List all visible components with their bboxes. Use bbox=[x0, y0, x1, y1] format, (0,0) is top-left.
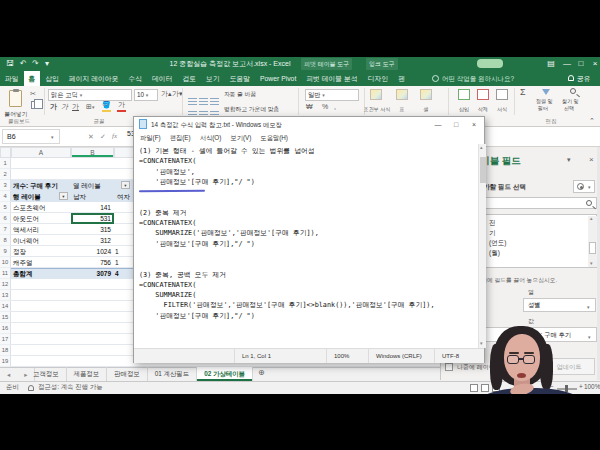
ribbon-tab[interactable]: 데이터 bbox=[147, 71, 177, 86]
scrollbar-thumb[interactable] bbox=[589, 242, 596, 254]
pivot-row-label[interactable]: 정장 bbox=[11, 246, 71, 257]
notepad-menu-item[interactable]: 보기(V) bbox=[230, 132, 251, 144]
ribbon-tab[interactable]: 도움말 bbox=[225, 71, 255, 86]
tools-dropdown[interactable]: ▾ bbox=[573, 180, 595, 193]
total-female-partial[interactable]: 4 bbox=[115, 268, 119, 279]
row-number[interactable]: 6 bbox=[0, 213, 11, 224]
notepad-menu-item[interactable]: 서식(O) bbox=[200, 132, 222, 144]
zoom-out-icon[interactable]: − bbox=[550, 383, 554, 390]
pivot-value-male[interactable]: 141 bbox=[71, 202, 111, 213]
autosum-icon[interactable]: Σ bbox=[520, 88, 526, 96]
sort-filter-label-2[interactable]: 필터 bbox=[538, 105, 548, 111]
row-number[interactable]: 18 bbox=[0, 345, 11, 356]
ribbon-tab[interactable]: 검토 bbox=[177, 71, 201, 86]
cell-styles-icon[interactable] bbox=[420, 89, 432, 100]
row-number[interactable]: 13 bbox=[0, 290, 11, 301]
delete-cells-icon[interactable] bbox=[477, 89, 489, 100]
cell-b4[interactable]: 남자 bbox=[73, 191, 86, 202]
row-number[interactable]: 12 bbox=[0, 279, 11, 290]
pivot-row-label[interactable]: 아웃도어 bbox=[11, 213, 71, 224]
row-number[interactable]: 11 bbox=[0, 268, 11, 279]
row-number[interactable]: 3 bbox=[0, 180, 11, 191]
maximize-button[interactable]: □ bbox=[574, 57, 588, 70]
notepad-maximize-icon[interactable]: □ bbox=[448, 117, 464, 132]
row-number[interactable]: 4 bbox=[0, 191, 11, 202]
currency-format-icon[interactable]: ₩ bbox=[306, 103, 313, 111]
ribbon-tab[interactable]: 디자인 bbox=[363, 71, 393, 86]
tell-me-box[interactable]: 어떤 작업을 원하시나요? bbox=[442, 71, 514, 86]
notepad-text[interactable]: (1) 기본 형태 - 셀에 들어갈 수 있는 범위를 넘어섬 =CONCATE… bbox=[135, 144, 478, 321]
scroll-up-icon[interactable]: ▴ bbox=[590, 215, 593, 221]
grow-font-icon[interactable]: 가▴ bbox=[161, 90, 172, 98]
minimize-button[interactable]: — bbox=[560, 57, 574, 70]
total-male[interactable]: 3079 bbox=[71, 268, 111, 279]
insert-cells-icon[interactable] bbox=[458, 89, 470, 100]
ribbon-display-options-icon[interactable]: ▤ bbox=[544, 57, 558, 70]
customize-qat-icon[interactable]: ▾ bbox=[45, 57, 49, 71]
font-size-select[interactable]: 10 ▾ bbox=[134, 89, 158, 101]
ribbon-tab[interactable]: 삽입 bbox=[40, 71, 64, 86]
notepad-editor[interactable]: (1) 기본 형태 - 셀에 들어갈 수 있는 범위를 넘어섬 =CONCATE… bbox=[135, 144, 478, 348]
row-number[interactable]: 19 bbox=[0, 356, 11, 367]
format-as-table-icon[interactable] bbox=[396, 89, 408, 100]
ribbon-tab[interactable]: 수식 bbox=[123, 71, 147, 86]
cell-a4-row-labels[interactable]: 행 레이블 bbox=[13, 191, 41, 202]
sheet-tab[interactable]: 제품정보 bbox=[67, 367, 108, 381]
close-button[interactable]: × bbox=[588, 57, 600, 70]
select-all-corner[interactable] bbox=[0, 147, 11, 158]
cell-styles-label[interactable]: 셀 bbox=[416, 106, 436, 112]
pivot-value-male[interactable]: 756 bbox=[71, 257, 111, 268]
collapse-ribbon-icon[interactable]: ⌃ bbox=[589, 117, 595, 125]
pivot-row-label[interactable]: 이너웨어 bbox=[11, 235, 71, 246]
save-icon[interactable]: 🖫 bbox=[6, 57, 14, 71]
column-header-b[interactable]: B bbox=[71, 147, 114, 158]
copy-icon[interactable] bbox=[31, 101, 38, 109]
italic-button[interactable]: 가 bbox=[61, 103, 68, 111]
zoom-level[interactable]: 100% bbox=[584, 383, 600, 390]
notepad-menu-item[interactable]: 도움말(H) bbox=[260, 132, 288, 144]
account-badge[interactable] bbox=[477, 59, 503, 68]
cancel-icon[interactable]: ✕ bbox=[88, 129, 94, 144]
row-number[interactable]: 1 bbox=[0, 158, 11, 169]
field-list-scrollbar[interactable]: ▴ ▾ bbox=[588, 216, 597, 267]
pivot-value-male[interactable]: 312 bbox=[71, 235, 111, 246]
field-item[interactable]: (연도) bbox=[489, 238, 506, 248]
format-label[interactable]: 서식 bbox=[492, 106, 512, 112]
scroll-down-icon[interactable]: ▾ bbox=[590, 260, 593, 266]
sheet-tab[interactable]: 02 가상테이블 bbox=[197, 367, 253, 381]
ribbon-tab[interactable]: 페이지 레이아웃 bbox=[64, 71, 123, 86]
enter-icon[interactable]: ✓ bbox=[100, 129, 106, 144]
cell-a3[interactable]: 개수: 구매 후기 bbox=[13, 180, 58, 191]
sheet-tab[interactable]: 01 계산필드 bbox=[148, 367, 197, 381]
zoom-in-icon[interactable]: + bbox=[579, 383, 583, 390]
insert-label[interactable]: 삽입 bbox=[454, 106, 474, 112]
underline-button[interactable]: 가 bbox=[72, 103, 79, 111]
fx-icon[interactable]: fx bbox=[112, 129, 117, 144]
number-format-select[interactable]: 일반 ▾ bbox=[305, 89, 359, 101]
row-number[interactable]: 9 bbox=[0, 246, 11, 257]
row-number[interactable]: 8 bbox=[0, 235, 11, 246]
pivot-row-label[interactable]: 스포츠웨어 bbox=[11, 202, 71, 213]
row-number[interactable]: 5 bbox=[0, 202, 11, 213]
find-select-label-1[interactable]: 찾기 및 bbox=[562, 98, 578, 104]
share-button[interactable]: 공유 bbox=[577, 71, 591, 86]
defer-update-checkbox[interactable] bbox=[445, 363, 453, 371]
notepad-menu-item[interactable]: 편집(E) bbox=[170, 132, 191, 144]
active-cell-selection-b6[interactable] bbox=[71, 213, 114, 224]
pane-close-icon[interactable]: × bbox=[589, 155, 594, 164]
row-number[interactable]: 14 bbox=[0, 301, 11, 312]
columns-area-chip-gender[interactable]: 성별 ▾ bbox=[523, 298, 596, 312]
comma-format-icon[interactable]: , bbox=[334, 103, 336, 111]
find-select-label-2[interactable]: 선택 bbox=[564, 105, 574, 111]
column-labels-filter-icon[interactable]: ▾ bbox=[121, 181, 130, 189]
field-item[interactable]: (월) bbox=[489, 248, 506, 258]
format-as-table-label[interactable]: 표 bbox=[392, 106, 412, 112]
ribbon-tab[interactable]: 피벗 테이블 분석 bbox=[301, 71, 362, 86]
paste-icon[interactable] bbox=[9, 90, 22, 107]
cell-c4[interactable]: 여자 bbox=[117, 191, 130, 202]
fill-color-icon[interactable] bbox=[102, 110, 111, 112]
pivot-value-male[interactable]: 1024 bbox=[71, 246, 111, 257]
borders-icon[interactable]: ⊞▾ bbox=[86, 103, 94, 111]
conditional-formatting-label[interactable]: 조건부 서식 bbox=[360, 106, 394, 112]
notepad-close-icon[interactable]: × bbox=[466, 117, 482, 132]
